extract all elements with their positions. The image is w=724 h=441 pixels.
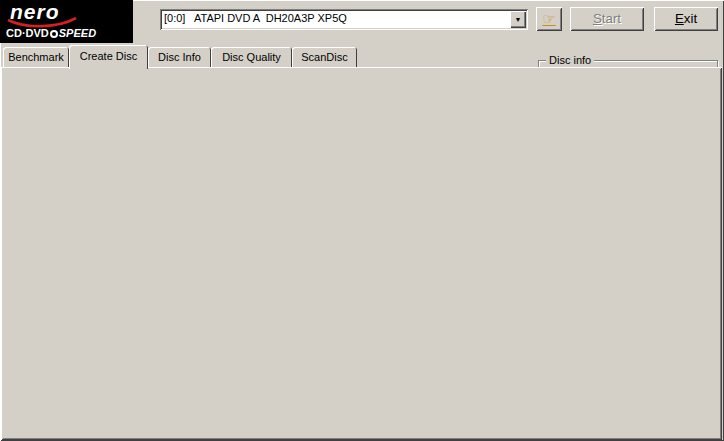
hand-icon: ☞ xyxy=(536,8,562,30)
dropdown-arrow-icon[interactable]: ▼ xyxy=(510,11,526,28)
tab-disc-info[interactable]: Disc Info xyxy=(148,47,211,68)
tab-benchmark[interactable]: Benchmark xyxy=(3,47,69,68)
disc-info-legend: Disc info xyxy=(546,54,594,67)
tab-scandisc[interactable]: ScanDisc xyxy=(292,47,357,68)
start-button[interactable]: Start xyxy=(570,7,644,31)
nero-tagline: CD·DVDSPEED xyxy=(6,27,96,39)
nero-logo: nero CD·DVDSPEED xyxy=(0,0,133,43)
exit-button[interactable]: Exit xyxy=(654,7,718,31)
nero-cd-dvd-speed-window: nero CD·DVDSPEED [0:0] ATAPI DVD A DH20A… xyxy=(0,0,724,441)
tab-disc-quality[interactable]: Disc Quality xyxy=(211,47,292,68)
device-select[interactable]: [0:0] ATAPI DVD A DH20A3P XP5Q ▼ xyxy=(160,9,528,30)
disc-icon xyxy=(50,30,58,38)
device-select-value: [0:0] ATAPI DVD A DH20A3P XP5Q xyxy=(164,12,347,24)
tab-create-disc[interactable]: Create Disc xyxy=(69,45,148,69)
create-disc-panel xyxy=(1,67,722,440)
hand-options-button[interactable]: ☞ xyxy=(536,7,562,31)
